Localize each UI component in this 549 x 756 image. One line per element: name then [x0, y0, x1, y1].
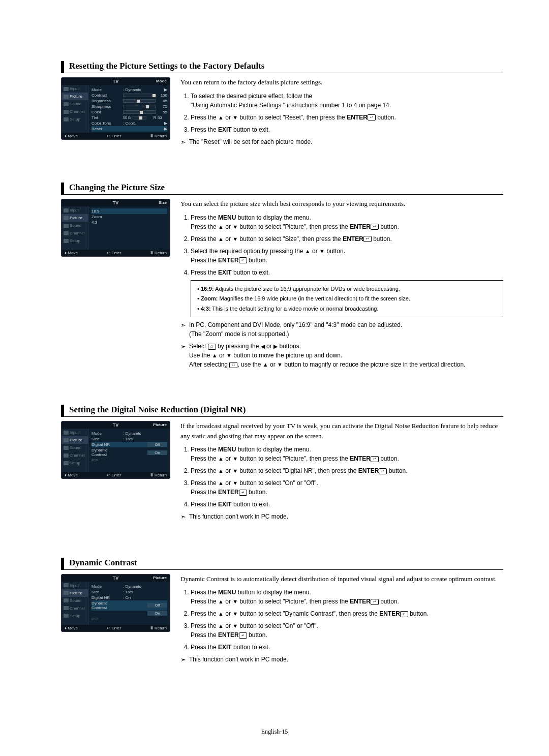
nav-sound: Sound — [62, 100, 88, 108]
setup-icon — [64, 117, 69, 122]
nav-setup: Setup — [62, 237, 88, 245]
nav-picture: Picture — [62, 214, 88, 222]
down-icon: ▼ — [232, 224, 238, 230]
section-title: Changing the Picture Size — [61, 183, 503, 195]
nav-setup: Setup — [62, 115, 88, 123]
nav-sound: Sound — [62, 444, 88, 451]
note-text: The "Reset" will be set for each picture… — [189, 137, 313, 147]
step-1: Press the MENU button to display the men… — [191, 588, 503, 606]
arrow-right-icon: ▶ — [164, 127, 167, 131]
osd-tv: TV — [113, 79, 119, 84]
step-3: Press the EXIT button to exit. — [191, 125, 503, 134]
sound-icon — [64, 102, 69, 106]
step-3: Press the ▲ or ▼ button to select "On" o… — [191, 478, 503, 497]
section-title: Setting the Digital Noise Reduction (Dig… — [61, 405, 503, 417]
section-title: Resetting the Picture Settings to the Fa… — [61, 61, 503, 73]
intro-text: You can return to the factory defaults p… — [180, 77, 503, 87]
enter-icon: ↵ — [371, 224, 379, 230]
section-reset: Resetting the Picture Settings to the Fa… — [61, 61, 503, 147]
intro-text: If the broadcast signal received by your… — [180, 421, 503, 441]
step-2: Press the ▲ or ▼ button to select "Digit… — [191, 466, 503, 475]
nav-picture: Picture — [62, 436, 88, 444]
note-arrow-icon: ➣ — [180, 320, 186, 339]
enter-icon: ↵ — [239, 632, 247, 639]
step-2: Press the ▲ or ▼ button to select "Size"… — [191, 234, 503, 244]
nav-channel: Channel — [62, 604, 88, 612]
note-arrow-icon: ➣ — [180, 342, 186, 369]
up-icon: ▲ — [218, 114, 224, 120]
osd-dc: TVPicture Input Picture Sound Channel Se… — [61, 574, 170, 665]
down-icon: ▼ — [232, 114, 238, 120]
step-3: Press the ▲ or ▼ button to select "On" o… — [191, 621, 503, 640]
page-footer: English-15 — [0, 728, 549, 736]
step-1: Press the MENU button to display the men… — [191, 445, 503, 463]
step-4: Press the EXIT button to exit. — [191, 643, 503, 652]
nav-setup: Setup — [62, 459, 88, 467]
nav-channel: Channel — [62, 108, 88, 115]
note-arrow-icon: ➣ — [180, 137, 186, 147]
enter-icon: ↵ — [379, 468, 387, 474]
enter-icon: ↵ — [368, 114, 376, 120]
osd-dnr: TVPicture Input Picture Sound Channel Se… — [61, 421, 170, 522]
step-3: Select the required option by pressing t… — [191, 247, 503, 265]
intro-text: You can select the picture size which be… — [180, 199, 503, 209]
note-arrow-icon: ➣ — [180, 655, 186, 665]
osd-size: TVSize Input Picture Sound Channel Setup… — [61, 199, 170, 369]
enter-icon: ↵ — [400, 611, 408, 617]
up-icon: ▲ — [218, 224, 224, 230]
note-arrow-icon: ➣ — [180, 512, 186, 522]
nav-picture: Picture — [62, 93, 88, 100]
section-title: Dynamic Contrast — [61, 558, 503, 570]
enter-icon: ↵ — [371, 456, 379, 462]
input-icon — [64, 87, 69, 91]
picture-icon — [64, 95, 69, 99]
arrow-right-icon: ▶ — [164, 121, 167, 126]
nav-picture: Picture — [62, 589, 88, 597]
channel-icon — [64, 110, 69, 114]
nav-select-icon: □ — [208, 344, 216, 350]
nav-select-icon: □ — [229, 362, 237, 368]
nav-input: Input — [62, 85, 88, 93]
arrow-right-icon: ▶ — [164, 87, 167, 92]
nav-sound: Sound — [62, 597, 88, 604]
section-dc: Dynamic Contrast TVPicture Input Picture… — [61, 558, 503, 665]
enter-icon: ↵ — [363, 236, 372, 242]
nav-channel: Channel — [62, 451, 88, 459]
section-dnr: Setting the Digital Noise Reduction (Dig… — [61, 405, 503, 522]
nav-sound: Sound — [62, 222, 88, 229]
nav-channel: Channel — [62, 229, 88, 237]
intro-text: Dynamic Contrast is to automatically det… — [180, 574, 503, 584]
step-4: Press the EXIT button to exit. — [191, 500, 503, 509]
nav-input: Input — [62, 206, 88, 214]
nav-setup: Setup — [62, 612, 88, 620]
step-1: Press the MENU button to display the men… — [191, 213, 503, 231]
osd-corner: Mode — [156, 79, 167, 83]
enter-icon: ↵ — [239, 490, 247, 496]
enter-icon: ↵ — [371, 599, 379, 605]
step-1: To select the desired picture effect, fo… — [191, 92, 503, 110]
step-2: Press the ▲ or ▼ button to select "Dynam… — [191, 609, 503, 618]
bullet-box: • 16:9: Adjusts the picture size to 16:9… — [191, 280, 503, 318]
osd-reset: TVMode Input Picture Sound Channel Setup… — [61, 77, 170, 147]
section-size: Changing the Picture Size TVSize Input P… — [61, 183, 503, 369]
step-2: Press the ▲ or ▼ button to select "Reset… — [191, 113, 503, 122]
nav-input: Input — [62, 582, 88, 589]
enter-icon: ↵ — [239, 257, 247, 263]
step-4: Press the EXIT button to exit. — [191, 268, 503, 277]
nav-input: Input — [62, 429, 88, 436]
